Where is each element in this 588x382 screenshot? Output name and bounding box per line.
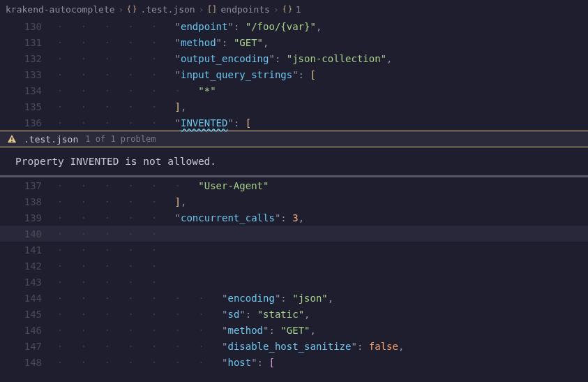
braces-icon [282, 4, 292, 14]
line-number: 138 [0, 197, 57, 207]
line-number: 130 [0, 22, 57, 31]
code-line[interactable]: 147· · · · · · · "disable_host_sanitize"… [0, 338, 588, 354]
code-line[interactable]: 140· · · · · [0, 226, 588, 242]
code-line[interactable]: 143· · · · · [0, 274, 588, 290]
line-number: 131 [0, 38, 57, 47]
line-number: 140 [0, 229, 57, 239]
code-line[interactable]: 130· · · · · "endpoint": "/foo/{var}", [0, 18, 588, 34]
line-number: 142 [0, 261, 57, 271]
line-number: 136 [0, 118, 57, 128]
code-content[interactable]: · · · · · "method": "GET", [57, 38, 269, 47]
breadcrumb-section[interactable]: endpoints [220, 5, 269, 14]
code-content[interactable]: · · · · · · "User-Agent" [57, 181, 269, 191]
indent-guide: · · · · · · · [57, 357, 222, 368]
indent-guide: · · · · · [57, 212, 175, 223]
problem-message: Property INVENTED is not allowed. [0, 147, 588, 175]
line-number: 139 [0, 213, 57, 223]
breadcrumb[interactable]: krakend-autocomplete › .test.json › endp… [0, 0, 588, 18]
indent-guide: · · · · · [57, 277, 175, 288]
line-number: 143 [0, 277, 57, 287]
code-content[interactable]: · · · · · "concurrent_calls": 3, [57, 213, 304, 223]
code-line[interactable]: 145· · · · · · · "sd": "static", [0, 306, 588, 322]
line-number: 132 [0, 54, 57, 64]
code-line[interactable]: 137· · · · · · "User-Agent" [0, 177, 588, 193]
indent-guide: · · · · · · · [57, 341, 222, 352]
code-line[interactable]: 148· · · · · · · "host": [ [0, 354, 588, 370]
code-content[interactable]: · · · · · [57, 277, 175, 287]
code-line[interactable]: 132· · · · · "output_encoding": "json-co… [0, 50, 588, 66]
code-line[interactable]: 134· · · · · · "*" [0, 82, 588, 98]
indent-guide: · · · · · [57, 37, 175, 48]
line-number: 137 [0, 181, 57, 191]
code-content[interactable]: · · · · · · · "disable_host_sanitize": f… [57, 341, 404, 351]
problems-panel-header[interactable]: .test.json 1 of 1 problem [0, 131, 588, 147]
problem-filename: .test.json [24, 135, 78, 144]
code-content[interactable]: · · · · · · · "sd": "static", [57, 309, 310, 319]
line-number: 147 [0, 341, 57, 351]
code-line[interactable]: 135· · · · · ], [0, 98, 588, 115]
line-number: 144 [0, 293, 57, 303]
code-content[interactable]: · · · · · [57, 229, 588, 239]
warning-icon [7, 134, 17, 144]
code-line[interactable]: 144· · · · · · · "encoding": "json", [0, 290, 588, 306]
breadcrumb-index[interactable]: 1 [296, 5, 301, 14]
breadcrumb-project[interactable]: krakend-autocomplete [6, 5, 115, 14]
code-line[interactable]: 133· · · · · "input_query_strings": [ [0, 66, 588, 82]
code-content[interactable]: · · · · · · "*" [57, 86, 216, 96]
editor-pane-top[interactable]: 130· · · · · "endpoint": "/foo/{var}",13… [0, 18, 588, 131]
code-content[interactable]: · · · · · "INVENTED": [ [57, 118, 251, 128]
indent-guide: · · · · · · · [57, 325, 222, 336]
line-number: 146 [0, 325, 57, 335]
code-line[interactable]: 139· · · · · "concurrent_calls": 3, [0, 210, 588, 226]
indent-guide: · · · · · [57, 260, 175, 272]
indent-guide: · · · · · [57, 244, 175, 256]
code-content[interactable]: · · · · · "input_query_strings": [ [57, 70, 316, 80]
code-content[interactable]: · · · · · "output_encoding": "json-colle… [57, 54, 393, 64]
code-content[interactable]: · · · · · ], [57, 197, 186, 207]
line-number: 134 [0, 86, 57, 96]
code-content[interactable]: · · · · · "endpoint": "/foo/{var}", [57, 22, 322, 31]
problem-count: 1 of 1 problem [85, 135, 156, 143]
code-line[interactable]: 131· · · · · "method": "GET", [0, 34, 588, 50]
breadcrumb-file[interactable]: .test.json [140, 5, 195, 14]
code-content[interactable]: · · · · · · · "host": [ [57, 358, 275, 367]
indent-guide: · · · · · [57, 101, 175, 112]
editor-pane-bottom[interactable]: cache_ttlinput_headerstimeout 137· · · ·… [0, 177, 588, 370]
code-content[interactable]: · · · · · [57, 245, 175, 255]
line-number: 135 [0, 102, 57, 112]
code-content[interactable]: · · · · · · · "encoding": "json", [57, 293, 333, 303]
indent-guide: · · · · · [57, 69, 175, 80]
code-line[interactable]: 138· · · · · ], [0, 193, 588, 210]
indent-guide: · · · · · · · [57, 309, 222, 320]
indent-guide: · · · · · [57, 53, 175, 64]
chevron-right-icon: › [273, 5, 279, 14]
indent-guide: · · · · · · [57, 85, 198, 96]
code-line[interactable]: 141· · · · · [0, 242, 588, 258]
code-line[interactable]: 146· · · · · · · "method": "GET", [0, 322, 588, 338]
indent-guide: · · · · · · · [57, 293, 222, 304]
line-number: 145 [0, 309, 57, 319]
indent-guide: · · · · · [57, 196, 175, 207]
chevron-right-icon: › [119, 5, 124, 14]
indent-guide: · · · · · [57, 117, 175, 128]
line-number: 133 [0, 70, 57, 80]
code-content[interactable]: · · · · · ], [57, 102, 186, 112]
code-line[interactable]: 142· · · · · [0, 258, 588, 274]
line-number: 148 [0, 358, 57, 367]
indent-guide: · · · · · [57, 21, 175, 32]
indent-guide: · · · · · [57, 228, 175, 240]
chevron-right-icon: › [199, 5, 204, 14]
code-content[interactable]: · · · · · · · "method": "GET", [57, 325, 316, 335]
indent-guide: · · · · · · [57, 180, 198, 191]
braces-icon [127, 4, 137, 14]
array-icon [207, 4, 217, 14]
code-line[interactable]: 136· · · · · "INVENTED": [ [0, 115, 588, 131]
code-content[interactable]: · · · · · [57, 261, 175, 271]
line-number: 141 [0, 245, 57, 255]
